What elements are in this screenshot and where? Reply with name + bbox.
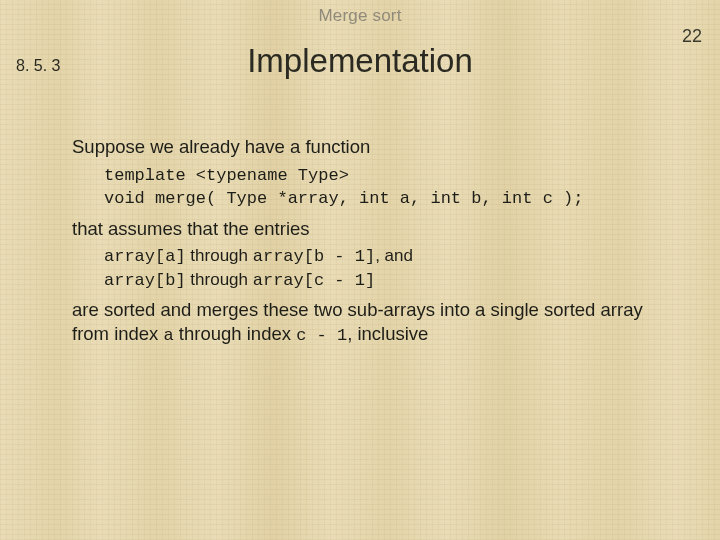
- slide-body: Suppose we already have a function templ…: [72, 135, 660, 351]
- slide-header: Merge sort: [0, 0, 720, 26]
- code-block-ranges: array[a] through array[b - 1], and array…: [104, 244, 660, 298]
- text-fragment: through: [186, 246, 253, 265]
- code-line: template <typename Type>: [104, 166, 349, 185]
- slide: Merge sort 22 8. 5. 3 Implementation Sup…: [0, 0, 720, 540]
- code-fragment: array[c - 1]: [253, 271, 375, 290]
- range-line: array[b] through array[c - 1]: [104, 269, 660, 292]
- code-fragment: array[b - 1]: [253, 247, 375, 266]
- text-fragment: through index: [174, 323, 296, 344]
- paragraph-intro: Suppose we already have a function: [72, 135, 660, 159]
- text-fragment: , inclusive: [347, 323, 428, 344]
- text-fragment: , and: [375, 246, 413, 265]
- paragraph-conclusion: are sorted and merges these two sub-arra…: [72, 298, 660, 346]
- code-block-signature: template <typename Type> void merge( Typ…: [104, 163, 660, 217]
- code-line: void merge( Type *array, int a, int b, i…: [104, 189, 583, 208]
- code-fragment: a: [164, 326, 174, 345]
- code-fragment: array[b]: [104, 271, 186, 290]
- code-fragment: array[a]: [104, 247, 186, 266]
- text-fragment: through: [186, 270, 253, 289]
- slide-title: Implementation: [0, 42, 720, 80]
- code-fragment: c - 1: [296, 326, 347, 345]
- range-line: array[a] through array[b - 1], and: [104, 245, 660, 268]
- paragraph-assume: that assumes that the entries: [72, 217, 660, 241]
